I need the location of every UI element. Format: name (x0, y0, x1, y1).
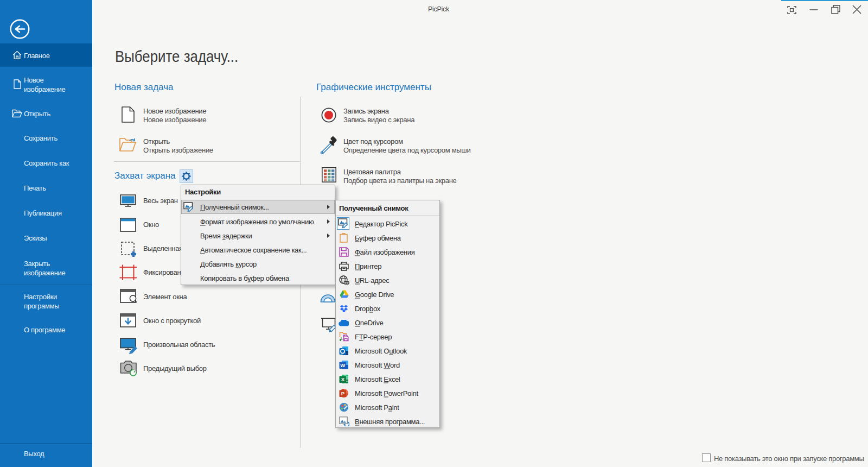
svg-text:X: X (341, 376, 345, 382)
svg-text:P: P (341, 390, 345, 396)
svg-text:W: W (340, 362, 345, 368)
